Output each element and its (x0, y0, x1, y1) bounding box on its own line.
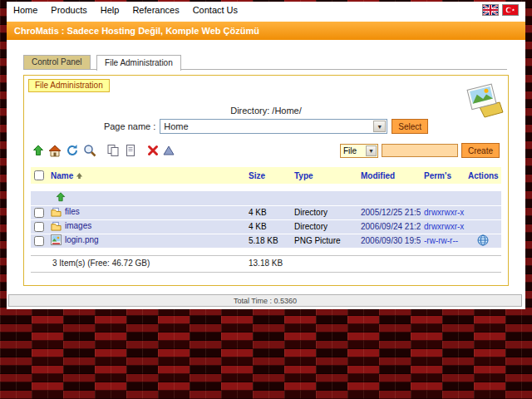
file-link[interactable]: images (65, 221, 91, 230)
chevron-down-icon: ▼ (373, 121, 386, 132)
file-table: Name Size Type Modified Perm's Actions (31, 167, 501, 273)
nav-home[interactable]: Home (13, 5, 37, 15)
file-link[interactable]: files (65, 207, 80, 216)
column-header-modified: Modified (357, 167, 421, 184)
new-name-input[interactable] (382, 144, 458, 157)
actions-cell (465, 234, 501, 248)
nav-help[interactable]: Help (101, 5, 120, 15)
file-type-select[interactable]: File ▼ (340, 144, 378, 158)
delete-button[interactable] (147, 145, 159, 156)
create-button[interactable]: Create (461, 143, 500, 158)
folder-icon (51, 207, 62, 217)
copy-button[interactable] (106, 144, 120, 157)
file-type-value: File (343, 146, 357, 155)
folder-icon (51, 221, 62, 231)
name-cell: images (47, 219, 245, 234)
banner-title: ChroMatis : Sadece Hosting Değil, Komple… (14, 26, 259, 36)
select-all-cell (31, 167, 47, 184)
image-file-icon (51, 234, 62, 245)
go-up-button[interactable] (56, 192, 66, 202)
tab-file-administration[interactable]: File Administration (96, 55, 181, 71)
table-header-row: Name Size Type Modified Perm's Actions (31, 167, 501, 184)
file-admin-panel: File Administration Directory: /Home/ Pa… (23, 75, 509, 286)
perms-cell: drwxrwxr-x (421, 219, 465, 234)
table-row: images 4 KB Directory 2006/09/24 21:28 d… (31, 219, 501, 234)
column-header-name[interactable]: Name (47, 167, 245, 184)
size-cell: 5.18 KB (245, 234, 291, 248)
parent-directory-row (31, 191, 501, 205)
size-cell: 4 KB (245, 205, 291, 219)
nav-contact-us[interactable]: Contact Us (193, 5, 238, 15)
table-summary: 3 Item(s) (Free: 46.72 GB) 13.18 KB (31, 255, 501, 273)
item-count: 3 Item(s) (Free: 46.72 GB) (52, 259, 150, 268)
actions-cell (465, 205, 501, 219)
type-cell: PNG Picture (291, 234, 357, 248)
type-cell: Directory (291, 205, 357, 219)
column-header-size: Size (245, 167, 291, 184)
row-checkbox[interactable] (34, 236, 44, 246)
turkey-flag-icon[interactable] (502, 4, 519, 16)
refresh-button[interactable] (66, 144, 79, 157)
checkbox-cell (31, 205, 47, 219)
modified-cell: 2006/09/24 21:28 (357, 219, 421, 234)
toolbar: File ▼ Create (32, 142, 500, 159)
checkbox-cell (31, 234, 47, 248)
tab-control-panel[interactable]: Control Panel (23, 55, 91, 69)
row-checkbox[interactable] (34, 208, 44, 218)
table-row: files 4 KB Directory 2005/12/25 21:50 dr… (31, 205, 501, 219)
perms-cell: drwxrwxr-x (421, 205, 465, 219)
page-name-row: Page name : Home ▼ Select (24, 119, 508, 134)
row-checkbox[interactable] (34, 222, 44, 232)
page-name-select[interactable]: Home ▼ (160, 119, 387, 134)
name-cell: login.png (47, 234, 245, 248)
column-header-actions: Actions (465, 167, 501, 184)
chevron-down-icon: ▼ (366, 145, 377, 156)
select-button[interactable]: Select (392, 119, 428, 134)
select-all-checkbox[interactable] (34, 170, 44, 180)
nav-products[interactable]: Products (51, 5, 86, 15)
name-cell (47, 191, 245, 205)
type-cell: Directory (291, 219, 357, 234)
panel-legend: File Administration (28, 79, 110, 92)
perms-cell: -rw-rw-r-- (421, 234, 465, 248)
page-name-label: Page name : (104, 121, 155, 131)
modified-cell: 2006/09/30 19:50 (357, 234, 421, 248)
upload-button[interactable] (163, 145, 175, 155)
language-switcher (482, 4, 519, 16)
content-area: Home Products Help Referances Contact Us (7, 2, 525, 309)
paste-button[interactable] (124, 144, 137, 157)
current-directory: Directory: /Home/ (24, 106, 508, 116)
go-up-button[interactable] (32, 145, 44, 156)
checkbox-cell (31, 219, 47, 234)
create-controls: File ▼ Create (340, 143, 500, 158)
table-row: login.png 5.18 KB PNG Picture 2006/09/30… (31, 234, 501, 248)
name-cell: files (47, 205, 245, 219)
search-button[interactable] (83, 144, 96, 157)
globe-action-button[interactable] (477, 234, 489, 246)
column-header-type: Type (291, 167, 357, 184)
name-header-label: Name (51, 171, 73, 180)
uk-flag-icon[interactable] (482, 4, 499, 16)
sort-icon (76, 172, 83, 180)
checkbox-cell (31, 191, 47, 205)
size-cell: 4 KB (245, 219, 291, 234)
nav-referances[interactable]: Referances (132, 5, 179, 15)
file-link[interactable]: login.png (65, 235, 99, 244)
site-banner: ChroMatis : Sadece Hosting Değil, Komple… (7, 22, 525, 40)
modified-cell: 2005/12/25 21:50 (357, 205, 421, 219)
home-button[interactable] (48, 145, 62, 157)
total-size: 13.18 KB (249, 259, 283, 268)
status-bar: Total Time : 0.5360 (8, 294, 522, 307)
actions-cell (465, 219, 501, 234)
column-header-perms: Perm's (421, 167, 465, 184)
top-nav: Home Products Help Referances Contact Us (7, 2, 525, 18)
page-name-value: Home (164, 121, 188, 131)
tab-bar: Control Panel File Administration (23, 55, 507, 70)
